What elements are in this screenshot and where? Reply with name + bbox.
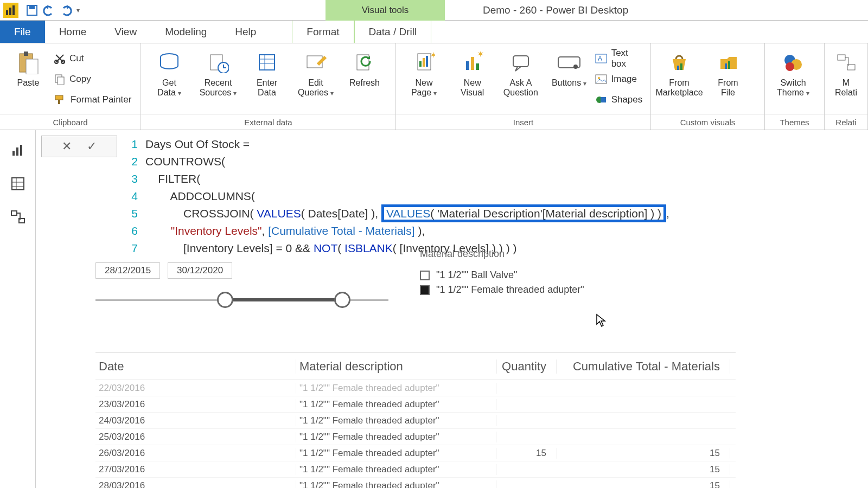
svg-rect-2 — [12, 5, 15, 15]
from-file-button[interactable]: From File — [705, 48, 751, 111]
data-table[interactable]: Date Material description Quantity Cumul… — [95, 352, 736, 488]
date-to-input[interactable]: 30/12/2020 — [168, 262, 232, 279]
group-relationships: M Relati Relati — [825, 43, 868, 130]
redo-icon[interactable] — [59, 4, 73, 17]
get-data-icon — [156, 50, 182, 75]
cell-material: "1 1/2"" Female threaded adupter" — [296, 399, 497, 410]
slider-handle-start[interactable] — [217, 292, 233, 308]
table-row[interactable]: 28/03/2016"1 1/2"" Female threaded adupt… — [95, 478, 736, 488]
switch-theme-button[interactable]: Switch Theme — [770, 48, 816, 111]
svg-rect-28 — [466, 61, 469, 70]
copy-label: Copy — [69, 74, 91, 85]
svg-text:✶: ✶ — [477, 52, 483, 59]
col-date[interactable]: Date — [95, 359, 296, 374]
material-item[interactable]: "1 1/2"" Female threaded adupter" — [420, 284, 584, 296]
svg-rect-43 — [725, 63, 727, 69]
relationships-icon — [833, 50, 859, 75]
checkbox-icon[interactable] — [420, 285, 430, 295]
image-icon — [595, 74, 607, 84]
paste-icon — [15, 50, 41, 75]
formula-actions: ✕ ✓ — [41, 136, 117, 157]
group-clipboard: Paste Cut Copy Format Painter Clipboard — [0, 43, 141, 130]
svg-rect-1 — [9, 8, 11, 15]
cell-cumulative: 15 — [557, 480, 730, 489]
from-marketplace-label: From Marketplace — [655, 78, 703, 98]
undo-icon[interactable] — [42, 4, 56, 17]
ask-a-question-button[interactable]: Ask A Question — [498, 48, 543, 111]
cancel-formula-icon[interactable]: ✕ — [59, 139, 74, 154]
svg-point-34 — [573, 65, 578, 69]
text-box-label: Text box — [611, 48, 645, 69]
col-cumulative[interactable]: Cumulative Total - Materials — [557, 359, 730, 374]
nav-model-icon[interactable] — [9, 208, 27, 227]
tab-file[interactable]: File — [0, 21, 45, 43]
table-row[interactable]: 23/03/2016"1 1/2"" Female threaded adupt… — [95, 396, 736, 413]
svg-rect-42 — [680, 63, 682, 70]
image-button[interactable]: Image — [595, 70, 645, 88]
nav-data-icon[interactable] — [9, 175, 27, 193]
svg-rect-26 — [426, 56, 428, 67]
format-painter-button[interactable]: Format Painter — [54, 91, 131, 108]
tab-view[interactable]: View — [100, 21, 151, 43]
svg-rect-11 — [58, 77, 64, 85]
tab-data-drill[interactable]: Data / Drill — [354, 21, 432, 43]
from-marketplace-button[interactable]: From Marketplace — [656, 48, 702, 111]
switch-theme-icon — [780, 50, 806, 75]
format-painter-label: Format Painter — [71, 94, 131, 105]
checkbox-icon[interactable] — [420, 271, 430, 280]
buttons-icon — [556, 50, 582, 75]
cell-material: "1 1/2"" Female threaded adupter" — [296, 464, 497, 475]
qat-customize-icon[interactable]: ▾ — [76, 7, 80, 14]
tab-home[interactable]: Home — [45, 21, 101, 43]
new-visual-button[interactable]: ✶New Visual — [450, 48, 495, 111]
recent-sources-button[interactable]: Recent Sources — [195, 48, 241, 111]
table-row[interactable]: 22/03/2016"1 1/2"" Female threaded adupt… — [95, 380, 736, 396]
table-row[interactable]: 24/03/2016"1 1/2"" Female threaded adupt… — [95, 413, 736, 429]
svg-rect-30 — [476, 63, 479, 70]
group-label-custom: Custom visuals — [651, 114, 764, 130]
edit-queries-button[interactable]: Edit Queries — [293, 48, 339, 111]
from-file-label: From File — [718, 78, 738, 98]
shapes-button[interactable]: Shapes — [595, 91, 645, 108]
material-slicer[interactable]: Material description "1 1/2"" Ball Valve… — [420, 255, 584, 296]
date-slicer[interactable]: 28/12/2015 30/12/2020 — [95, 262, 388, 311]
svg-rect-51 — [16, 147, 18, 156]
tab-modeling[interactable]: Modeling — [151, 21, 221, 43]
date-slider[interactable] — [95, 290, 388, 311]
nav-report-icon[interactable] — [9, 141, 27, 159]
quick-access-toolbar: ▾ — [0, 0, 87, 20]
slider-handle-end[interactable] — [334, 292, 350, 308]
svg-rect-0 — [6, 10, 8, 15]
cut-button[interactable]: Cut — [54, 50, 131, 67]
get-data-button[interactable]: Get Data — [146, 48, 192, 111]
material-item[interactable]: "1 1/2"" Ball Valve" — [420, 269, 584, 281]
group-label-external: External data — [141, 114, 395, 130]
table-row[interactable]: 27/03/2016"1 1/2"" Female threaded adupt… — [95, 461, 736, 478]
svg-rect-24 — [419, 61, 422, 67]
formula-editor[interactable]: 1Days Out Of Stock =2COUNTROWS(3 FILTER(… — [120, 130, 868, 262]
save-icon[interactable] — [25, 4, 39, 17]
cell-material: "1 1/2"" Female threaded adupter" — [296, 415, 497, 426]
refresh-button[interactable]: Refresh — [342, 48, 387, 111]
col-quantity[interactable]: Quantity — [497, 359, 557, 374]
commit-formula-icon[interactable]: ✓ — [84, 139, 99, 154]
text-box-button[interactable]: AText box — [595, 50, 645, 67]
col-material[interactable]: Material description — [296, 359, 497, 374]
tab-help[interactable]: Help — [221, 21, 270, 43]
paste-button[interactable]: Paste — [5, 48, 51, 111]
buttons-button[interactable]: Buttons — [546, 48, 591, 111]
svg-rect-6 — [24, 52, 28, 56]
ribbon-tabs: File Home View Modeling Help Format Data… — [0, 21, 868, 43]
table-row[interactable]: 25/03/2016"1 1/2"" Female threaded adupt… — [95, 429, 736, 445]
copy-button[interactable]: Copy — [54, 70, 131, 88]
table-row[interactable]: 26/03/2016"1 1/2"" Female threaded adupt… — [95, 445, 736, 461]
new-page-button[interactable]: ✶New Page — [401, 48, 446, 111]
enter-data-button[interactable]: Enter Data — [244, 48, 290, 111]
tab-format[interactable]: Format — [292, 21, 354, 43]
contextual-tool-tab: Visual tools — [326, 0, 445, 21]
date-from-input[interactable]: 28/12/2015 — [95, 262, 160, 279]
svg-rect-17 — [259, 55, 275, 70]
manage-relationships-button[interactable]: M Relati — [830, 48, 862, 111]
ask-question-icon — [508, 50, 534, 75]
svg-rect-41 — [677, 66, 679, 70]
